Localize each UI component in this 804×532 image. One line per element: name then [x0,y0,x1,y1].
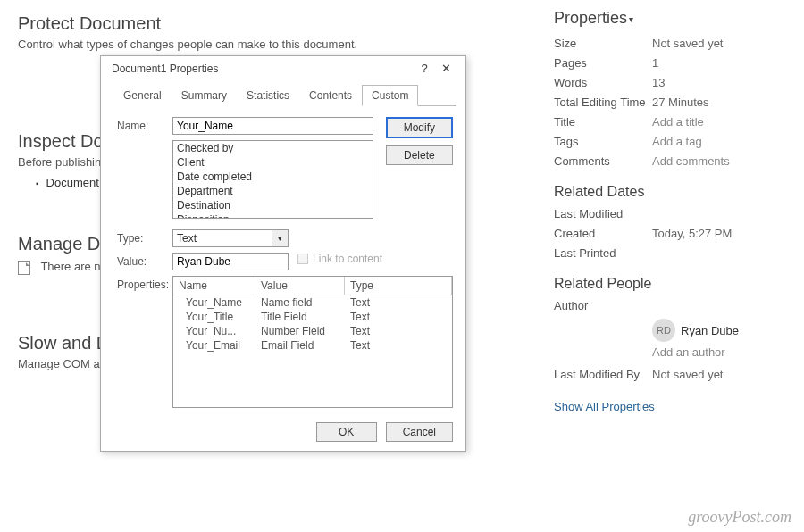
value-input[interactable] [172,253,289,270]
close-button[interactable]: ✕ [435,62,456,75]
properties-panel: Properties▾ SizeNot saved yet Pages1 Wor… [554,9,786,413]
prop-words-label: Words [554,76,652,89]
list-item[interactable]: Date completed [173,170,373,184]
name-suggestions-listbox[interactable]: Checked by Client Date completed Departm… [172,140,373,219]
related-dates-heading: Related Dates [554,184,786,200]
last-modified-label: Last Modified [554,207,652,220]
properties-dropdown[interactable]: Properties▾ [554,9,786,28]
last-printed-label: Last Printed [554,246,652,260]
prop-words-value: 13 [652,76,665,89]
chevron-down-icon[interactable]: ▾ [272,230,288,246]
chevron-down-icon: ▾ [629,14,633,24]
tab-statistics[interactable]: Statistics [237,85,299,106]
table-row[interactable]: Your_NameName fieldText [173,295,452,310]
document-icon [18,261,30,275]
delete-button[interactable]: Delete [386,145,453,165]
prop-pages-value: 1 [652,56,658,70]
list-item[interactable]: Department [173,184,373,198]
list-item[interactable]: Checked by [173,141,373,155]
prop-comments-label: Comments [554,154,652,168]
add-author-input[interactable]: Add an author [652,345,725,359]
type-select[interactable]: Text ▾ [172,229,289,247]
ok-button[interactable]: OK [316,422,377,442]
value-label: Value: [117,253,172,268]
list-item[interactable]: Destination [173,198,373,212]
prop-pages-label: Pages [554,56,652,70]
author-name[interactable]: Ryan Dube [681,324,739,337]
watermark: groovyPost.com [688,508,791,527]
prop-tags-input[interactable]: Add a tag [652,135,702,148]
prop-tags-label: Tags [554,135,652,148]
properties-table[interactable]: Name Value Type Your_NameName fieldText … [172,276,453,408]
table-row[interactable]: Your_EmailEmail FieldText [173,338,452,353]
last-modified-by-value: Not saved yet [652,368,724,381]
col-value[interactable]: Value [255,277,345,295]
modify-button[interactable]: Modify [386,117,453,138]
avatar[interactable]: RD [652,319,675,342]
prop-title-label: Title [554,115,652,129]
created-value: Today, 5:27 PM [652,227,732,240]
cancel-button[interactable]: Cancel [386,422,453,442]
properties-dialog: Document1 Properties ? ✕ General Summary… [100,55,466,452]
table-row[interactable]: Your_Nu...Number FieldText [173,324,452,338]
manage-doc-line: There are no [40,260,106,273]
col-name[interactable]: Name [173,277,255,295]
prop-editing-time-value: 27 Minutes [652,96,709,109]
tab-bar: General Summary Statistics Contents Cust… [113,84,456,106]
show-all-properties-link[interactable]: Show All Properties [554,400,655,413]
prop-title-input[interactable]: Add a title [652,115,704,129]
prop-comments-input[interactable]: Add comments [652,154,730,168]
created-label: Created [554,227,652,240]
name-label: Name: [117,117,172,132]
link-to-content-checkbox: Link to content [297,253,382,265]
tab-summary[interactable]: Summary [172,85,237,106]
table-row[interactable]: Your_TitleTitle FieldText [173,310,452,324]
list-item[interactable]: Disposition [173,212,373,219]
prop-editing-time-label: Total Editing Time [554,96,652,109]
prop-size-label: Size [554,37,652,50]
last-modified-by-label: Last Modified By [554,368,652,381]
col-type[interactable]: Type [345,277,452,295]
related-people-heading: Related People [554,276,786,292]
dialog-title: Document1 Properties [112,62,218,75]
tab-general[interactable]: General [113,85,172,106]
name-input[interactable] [172,117,373,135]
properties-label: Properties: [117,276,172,291]
prop-size-value: Not saved yet [652,37,724,50]
list-item[interactable]: Client [173,155,373,170]
type-label: Type: [117,229,172,245]
author-label: Author [554,299,652,312]
help-button[interactable]: ? [414,62,435,75]
tab-custom[interactable]: Custom [362,85,418,106]
tab-contents[interactable]: Contents [299,85,362,106]
